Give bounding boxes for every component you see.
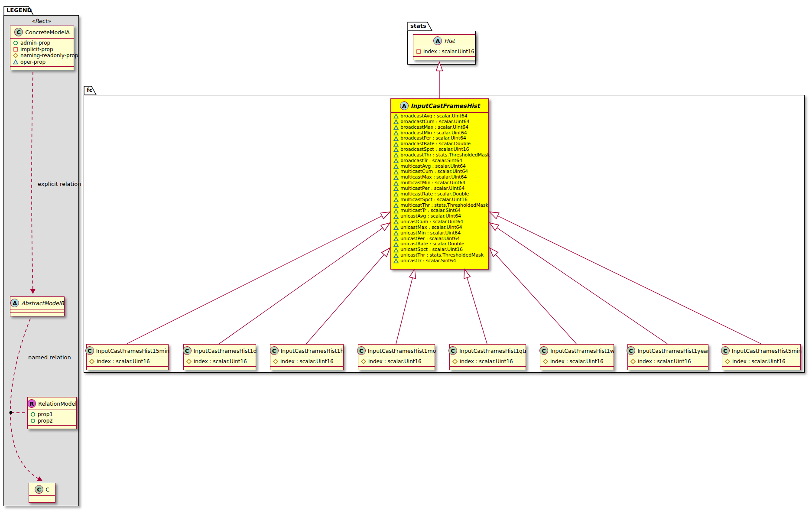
triangle-icon xyxy=(393,203,399,208)
member-row: unicastTr : scalar.Sint64 xyxy=(393,258,486,264)
class-input-cast-frames-hist-1mo: C InputCastFramesHist1mo index : scalar.… xyxy=(358,344,435,370)
stats-package-body: A Hist index : scalar.Uint16 xyxy=(407,31,476,65)
member-label: index : scalar.Uint16 xyxy=(638,358,691,365)
class-name: AbstractModelB xyxy=(21,300,64,306)
member-label: implicit-prop xyxy=(20,46,53,53)
triangle-icon xyxy=(393,231,399,236)
class-spot-icon: C xyxy=(627,346,635,355)
class-name: InputCastFramesHist1qtr xyxy=(459,348,527,354)
class-title: A InputCastFramesHist xyxy=(391,99,488,112)
member-label: multicastSpct : scalar.Uint16 xyxy=(400,197,468,203)
class-spot-icon: C xyxy=(270,346,279,355)
empty-compartment xyxy=(358,366,435,370)
relation-spot-icon: R xyxy=(27,399,36,408)
class-hist: A Hist index : scalar.Uint16 xyxy=(413,34,475,60)
class-spot-icon: C xyxy=(14,28,23,36)
triangle-icon xyxy=(393,258,399,264)
member-label: index : scalar.Uint16 xyxy=(280,358,334,365)
member-row: unicastMin : scalar.Uint64 xyxy=(393,231,486,236)
member-label: admin-prop xyxy=(20,40,50,46)
class-title: C ConcreteModelA xyxy=(10,26,74,38)
circle-icon xyxy=(13,40,18,46)
class-name: InputCastFramesHist xyxy=(411,102,480,109)
class-name: InputCastFramesHist1d xyxy=(194,348,257,354)
diamond-icon xyxy=(13,53,18,58)
class-name: Hist xyxy=(444,38,455,44)
class-members: index : scalar.Uint16 xyxy=(722,357,800,366)
class-title: A Hist xyxy=(413,35,475,47)
empty-compartment xyxy=(270,366,343,370)
triangle-icon xyxy=(393,175,399,180)
member-label: broadcastMax : scalar.Uint64 xyxy=(400,125,468,130)
class-members: index : scalar.Uint16 xyxy=(450,357,526,366)
class-members: prop1 prop2 xyxy=(28,410,76,425)
member-row: index : scalar.Uint16 xyxy=(543,358,611,365)
member-label: unicastCum : scalar.Uint64 xyxy=(400,219,463,225)
triangle-icon xyxy=(393,214,399,219)
square-icon xyxy=(13,47,18,52)
member-label: index : scalar.Uint16 xyxy=(732,358,786,365)
triangle-icon xyxy=(393,208,399,214)
class-abstract-model-b: A AbstractModelB xyxy=(10,296,65,316)
fc-package-title: fc xyxy=(87,87,92,93)
empty-compartment xyxy=(28,425,76,429)
class-name: InputCastFramesHist15min xyxy=(96,348,169,354)
member-label: naming-readonly-prop xyxy=(20,52,78,59)
fc-package-body: A InputCastFramesHist broadcastAvg : sca… xyxy=(84,95,805,373)
square-icon xyxy=(416,49,421,54)
member-row: broadcastThr : stats.ThresholdedMask xyxy=(393,153,486,158)
triangle-icon xyxy=(393,142,399,147)
explicit-relation-label: explicit relation xyxy=(38,181,81,187)
class-spot-icon: C xyxy=(357,346,366,355)
class-spot-icon: C xyxy=(35,485,43,494)
empty-compartment xyxy=(540,366,614,370)
member-row: index : scalar.Uint16 xyxy=(452,358,523,365)
member-row: broadcastAvg : scalar.Uint64 xyxy=(393,114,486,119)
triangle-icon xyxy=(393,192,399,197)
member-row: index : scalar.Uint16 xyxy=(725,358,798,365)
triangle-icon xyxy=(393,219,399,225)
class-title: C InputCastFramesHist1h xyxy=(270,345,343,357)
member-label: index : scalar.Uint16 xyxy=(550,358,604,365)
diamond-icon xyxy=(186,359,192,364)
triangle-icon xyxy=(393,186,399,191)
abstract-spot-icon: A xyxy=(433,36,442,45)
triangle-icon xyxy=(393,164,399,169)
member-row: index : scalar.Uint16 xyxy=(89,358,166,365)
triangle-icon xyxy=(393,147,399,152)
empty-compartment xyxy=(10,66,74,70)
diamond-icon xyxy=(273,359,278,364)
rect-stereotype: «Rect» xyxy=(4,18,78,24)
member-label: prop1 xyxy=(38,411,53,418)
member-label: index : scalar.Uint16 xyxy=(194,358,247,365)
class-name: InputCastFramesHist1year xyxy=(637,348,709,354)
class-name: RelationModel xyxy=(38,400,76,407)
empty-compartment xyxy=(10,309,64,312)
triangle-icon xyxy=(393,136,399,141)
member-row: admin-prop xyxy=(13,40,71,46)
member-row: broadcastSpct : scalar.Uint16 xyxy=(393,147,486,153)
empty-compartment xyxy=(184,366,256,370)
member-row: index : scalar.Uint16 xyxy=(361,358,432,365)
empty-compartment xyxy=(450,366,526,370)
member-label: unicastMin : scalar.Uint64 xyxy=(400,231,461,236)
class-title: R RelationModel xyxy=(28,397,76,410)
class-name: InputCastFramesHist1mo xyxy=(368,348,436,354)
member-label: multicastPer : scalar.Uint64 xyxy=(400,186,464,192)
class-relation-model: R RelationModel prop1 prop2 xyxy=(27,397,77,429)
member-row: naming-readonly-prop xyxy=(13,52,71,59)
member-label: index : scalar.Uint16 xyxy=(423,49,474,55)
member-row: index : scalar.Uint16 xyxy=(273,358,341,365)
class-name: InputCastFramesHist1w xyxy=(550,348,614,354)
member-label: index : scalar.Uint16 xyxy=(97,358,150,365)
triangle-icon xyxy=(393,169,399,175)
legend-package-tab: LEGEND xyxy=(3,6,34,16)
class-members: index : scalar.Uint16 xyxy=(628,357,708,366)
member-label: unicastMax : scalar.Uint64 xyxy=(400,225,462,231)
abstract-spot-icon: A xyxy=(400,101,409,110)
class-input-cast-frames-hist-5min: C InputCastFramesHist5min index : scalar… xyxy=(722,344,801,370)
class-members: index : scalar.Uint16 xyxy=(413,47,475,56)
member-label: index : scalar.Uint16 xyxy=(368,358,422,365)
triangle-icon xyxy=(393,247,399,253)
circle-icon xyxy=(30,418,36,423)
